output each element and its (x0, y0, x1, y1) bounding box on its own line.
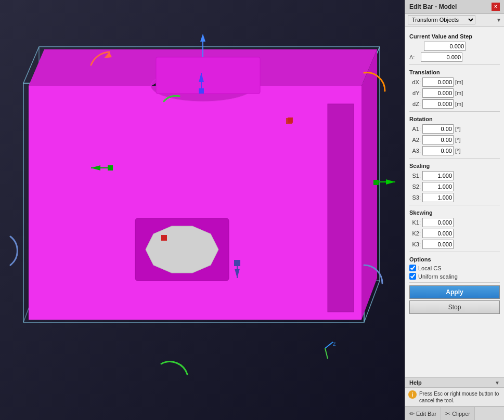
help-info-icon: i (408, 390, 417, 399)
divider-5 (409, 252, 500, 252)
a2-label: A2: (409, 137, 421, 143)
skewing-label: Skewing (409, 209, 500, 216)
s2-label: S2: (409, 183, 421, 190)
a1-unit: [°] (455, 126, 467, 132)
svg-marker-13 (146, 226, 218, 273)
rotation-label: Rotation (409, 116, 500, 122)
dx-input[interactable] (422, 77, 454, 87)
s3-label: S3: (409, 194, 421, 201)
divider-2 (409, 111, 500, 112)
skewing-k3-row: K3: (409, 240, 500, 249)
translation-dz-row: dZ: [m] (409, 99, 500, 109)
scaling-section: Scaling S1: S2: S3: (409, 163, 500, 202)
k2-input[interactable] (422, 229, 454, 238)
options-section: Options Local CS Uniform scaling (409, 256, 500, 280)
current-value-row (409, 42, 500, 51)
bottom-tabs: ✏ Edit Bar ✂ Clipper (405, 406, 504, 420)
divider-3 (409, 158, 500, 159)
right-panel: Edit Bar - Model × Transform Objects ▼ C… (405, 0, 504, 420)
help-header: Help ▼ (405, 378, 504, 388)
current-value-input[interactable] (424, 42, 466, 51)
local-cs-checkbox[interactable] (409, 265, 416, 271)
rotation-section: Rotation A1: [°] A2: [°] A3: [°] (409, 116, 500, 155)
k3-label: K3: (409, 241, 421, 247)
dz-unit: [m] (455, 101, 467, 107)
uniform-scaling-checkbox[interactable] (409, 273, 416, 280)
s1-input[interactable] (422, 171, 454, 180)
edit-bar-tab-icon: ✏ (409, 410, 415, 417)
svg-rect-35 (288, 117, 293, 123)
a3-input[interactable] (422, 146, 454, 155)
a3-unit: [°] (455, 148, 467, 154)
rotation-a2-row: A2: [°] (409, 135, 500, 145)
panel-content: Current Value and Step Δ: Translation dX… (405, 27, 504, 377)
3d-viewport[interactable]: Z (0, 0, 405, 420)
translation-label: Translation (409, 69, 500, 75)
delta-label: Δ: (409, 54, 417, 60)
stop-button[interactable]: Stop (409, 300, 500, 314)
translation-dy-row: dY: [m] (409, 88, 500, 98)
s1-label: S1: (409, 173, 421, 179)
svg-rect-26 (234, 260, 240, 266)
a3-label: A3: (409, 148, 421, 154)
svg-rect-25 (161, 235, 167, 241)
local-cs-label: Local CS (418, 265, 442, 271)
tab-edit-bar[interactable]: ✏ Edit Bar (405, 407, 441, 420)
divider-1 (409, 64, 500, 65)
close-button[interactable]: × (492, 3, 500, 11)
dy-unit: [m] (455, 90, 467, 96)
help-content: i Press Esc or right mouse button to can… (405, 388, 504, 406)
k1-input[interactable] (422, 218, 454, 227)
dy-label: dY: (409, 90, 421, 96)
help-section: Help ▼ i Press Esc or right mouse button… (405, 377, 504, 406)
s2-input[interactable] (422, 182, 454, 191)
title-bar: Edit Bar - Model × (405, 0, 504, 14)
scaling-s1-row: S1: (409, 171, 500, 180)
clipper-tab-label: Clipper (452, 411, 470, 417)
scaling-s2-row: S2: (409, 182, 500, 191)
a1-input[interactable] (422, 124, 454, 134)
edit-bar-tab-label: Edit Bar (416, 411, 436, 417)
uniform-scaling-label: Uniform scaling (418, 273, 458, 280)
k3-input[interactable] (422, 240, 454, 249)
action-buttons: Apply Stop (409, 285, 500, 314)
rotation-a1-row: A1: [°] (409, 124, 500, 134)
divider-4 (409, 205, 500, 205)
dy-input[interactable] (422, 88, 454, 98)
a2-unit: [°] (455, 137, 467, 143)
help-title: Help (409, 379, 422, 386)
rotation-a3-row: A3: [°] (409, 146, 500, 155)
scaling-s3-row: S3: (409, 193, 500, 202)
dz-label: dZ: (409, 101, 421, 107)
dx-label: dX: (409, 79, 421, 85)
svg-rect-11 (156, 57, 260, 94)
divider-6 (409, 282, 500, 283)
skewing-k2-row: K2: (409, 229, 500, 238)
dropdown-row: Transform Objects ▼ (405, 14, 504, 27)
translation-dx-row: dX: [m] (409, 77, 500, 87)
apply-button[interactable]: Apply (409, 285, 500, 299)
skewing-k1-row: K1: (409, 218, 500, 227)
k2-label: K2: (409, 230, 421, 237)
panel-title: Edit Bar - Model (409, 3, 457, 10)
delta-input[interactable] (421, 52, 462, 62)
dz-input[interactable] (422, 99, 454, 109)
svg-rect-23 (373, 180, 379, 185)
scaling-label: Scaling (409, 163, 500, 169)
skewing-section: Skewing K1: K2: K3: (409, 209, 500, 249)
s3-input[interactable] (422, 193, 454, 202)
options-label: Options (409, 256, 500, 262)
local-cs-row: Local CS (409, 265, 500, 271)
a1-label: A1: (409, 126, 421, 132)
current-value-section: Current Value and Step Δ: (409, 33, 500, 62)
help-collapse-icon: ▼ (495, 380, 500, 386)
clipper-tab-icon: ✂ (445, 410, 450, 417)
current-value-label: Current Value and Step (409, 33, 500, 40)
a2-input[interactable] (422, 135, 454, 145)
translation-section: Translation dX: [m] dY: [m] dZ: [m] (409, 69, 500, 109)
delta-row: Δ: (409, 52, 500, 62)
tab-clipper[interactable]: ✂ Clipper (441, 407, 475, 420)
transform-objects-dropdown[interactable]: Transform Objects (408, 15, 475, 24)
dx-unit: [m] (455, 79, 467, 85)
help-text: Press Esc or right mouse button to cance… (419, 390, 501, 404)
